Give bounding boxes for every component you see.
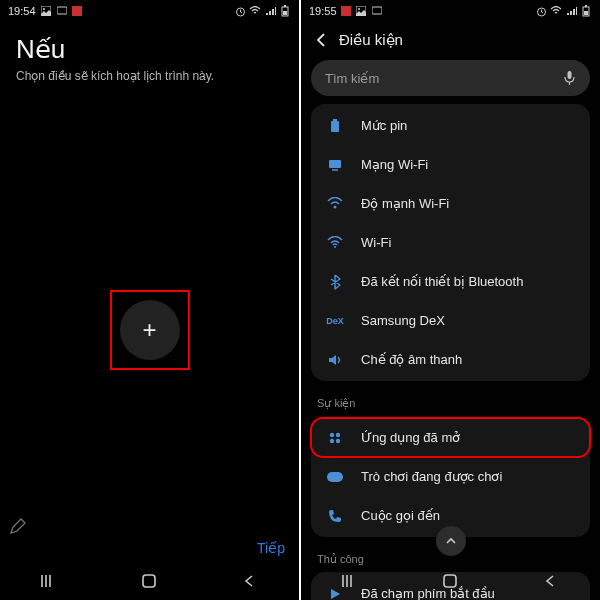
svg-rect-15 xyxy=(568,71,572,79)
recents-button[interactable] xyxy=(39,570,61,592)
condition-group-event: Ứng dụng đã mởTrò chơi đang được chơiCuộ… xyxy=(311,416,590,537)
condition-item-sound[interactable]: Chế độ âm thanh xyxy=(311,340,590,379)
item-label: Độ mạnh Wi-Fi xyxy=(361,196,449,211)
recents-button[interactable] xyxy=(340,570,362,592)
svg-rect-26 xyxy=(444,575,456,587)
item-label: Đã kết nối thiết bị Bluetooth xyxy=(361,274,523,289)
svg-point-21 xyxy=(330,432,334,436)
wifi-strength-icon xyxy=(325,194,345,214)
status-bar: 19:54 xyxy=(0,0,299,22)
scroll-top-button[interactable] xyxy=(436,526,466,556)
alarm-icon xyxy=(535,5,547,17)
item-label: Trò chơi đang được chơi xyxy=(361,469,502,484)
next-button[interactable]: Tiếp xyxy=(257,540,285,556)
svg-rect-5 xyxy=(284,5,286,7)
svg-point-1 xyxy=(43,8,45,10)
condition-item-apps[interactable]: Ứng dụng đã mở xyxy=(311,418,590,457)
game-icon xyxy=(325,467,345,487)
battery-icon xyxy=(325,116,345,136)
svg-rect-2 xyxy=(57,7,67,14)
section-label-event: Sự kiện xyxy=(311,391,590,416)
sound-icon xyxy=(325,350,345,370)
svg-point-19 xyxy=(334,206,337,209)
condition-item-bluetooth[interactable]: Đã kết nối thiết bị Bluetooth xyxy=(311,262,590,301)
nav-bar xyxy=(301,562,600,600)
record-icon xyxy=(341,6,351,16)
home-button[interactable] xyxy=(439,570,461,592)
header: Điều kiện xyxy=(301,22,600,58)
item-label: Samsung DeX xyxy=(361,313,445,328)
item-label: Ứng dụng đã mở xyxy=(361,430,460,445)
condition-item-wifi[interactable]: Wi-Fi xyxy=(311,223,590,262)
svg-rect-13 xyxy=(585,5,587,7)
signal-icon xyxy=(565,5,577,17)
condition-item-dex[interactable]: DeXSamsung DeX xyxy=(311,301,590,340)
page-title: Điều kiện xyxy=(339,31,403,49)
status-bar: 19:55 xyxy=(301,0,600,22)
mic-icon[interactable] xyxy=(563,70,576,86)
alarm-icon xyxy=(234,5,246,17)
item-label: Chế độ âm thanh xyxy=(361,352,462,367)
home-button[interactable] xyxy=(138,570,160,592)
svg-point-20 xyxy=(334,246,336,248)
condition-group-status: Mức pinMạng Wi-FiĐộ mạnh Wi-FiWi-FiĐã kế… xyxy=(311,104,590,381)
svg-point-22 xyxy=(336,432,340,436)
battery-status-icon xyxy=(580,5,592,17)
gallery-icon xyxy=(355,5,367,17)
item-label: Mạng Wi-Fi xyxy=(361,157,428,172)
add-condition-button[interactable]: + xyxy=(120,300,180,360)
dex-icon: DeX xyxy=(325,311,345,331)
back-button[interactable] xyxy=(238,570,260,592)
svg-rect-14 xyxy=(584,11,588,15)
svg-point-9 xyxy=(358,8,360,10)
clock: 19:55 xyxy=(309,5,337,17)
back-arrow-icon[interactable] xyxy=(313,32,329,48)
apps-icon xyxy=(325,428,345,448)
svg-point-23 xyxy=(330,438,334,442)
battery-status-icon xyxy=(279,5,291,17)
nav-bar xyxy=(0,562,299,600)
page-title: Nếu xyxy=(16,34,283,65)
clock: 19:54 xyxy=(8,5,36,17)
search-input[interactable]: Tìm kiếm xyxy=(311,60,590,96)
wifi-icon xyxy=(325,233,345,253)
signal-icon xyxy=(264,5,276,17)
svg-point-24 xyxy=(336,438,340,442)
condition-item-battery[interactable]: Mức pin xyxy=(311,106,590,145)
wifi-status-icon xyxy=(550,5,562,17)
item-label: Mức pin xyxy=(361,118,407,133)
condition-item-wifi-strength[interactable]: Độ mạnh Wi-Fi xyxy=(311,184,590,223)
call-icon xyxy=(325,506,345,526)
svg-rect-25 xyxy=(327,472,343,482)
svg-rect-18 xyxy=(329,160,341,168)
gallery-icon xyxy=(40,5,52,17)
wifi-net-icon xyxy=(325,155,345,175)
add-highlight: + xyxy=(110,290,190,370)
item-label: Cuộc gọi đến xyxy=(361,508,440,523)
svg-rect-17 xyxy=(333,119,337,121)
search-placeholder: Tìm kiếm xyxy=(325,71,563,86)
left-screen: 19:54 Nếu Chọn điều sẽ kích hoạt lịch tr… xyxy=(0,0,299,600)
condition-item-game[interactable]: Trò chơi đang được chơi xyxy=(311,457,590,496)
back-button[interactable] xyxy=(539,570,561,592)
right-screen: 19:55 Điều kiện Tìm kiếm Mức pinMạng Wi-… xyxy=(301,0,600,600)
record-icon xyxy=(72,6,82,16)
svg-rect-10 xyxy=(372,7,382,14)
page-subtitle: Chọn điều sẽ kích hoạt lịch trình này. xyxy=(16,69,283,83)
svg-rect-7 xyxy=(143,575,155,587)
plus-icon: + xyxy=(142,316,156,344)
condition-item-wifi-net[interactable]: Mạng Wi-Fi xyxy=(311,145,590,184)
edit-button[interactable] xyxy=(4,512,32,540)
wifi-status-icon xyxy=(249,5,261,17)
chat-icon xyxy=(56,5,68,17)
svg-rect-6 xyxy=(283,11,287,15)
item-label: Wi-Fi xyxy=(361,235,391,250)
svg-rect-16 xyxy=(331,121,339,132)
chat-icon xyxy=(371,5,383,17)
bluetooth-icon xyxy=(325,272,345,292)
